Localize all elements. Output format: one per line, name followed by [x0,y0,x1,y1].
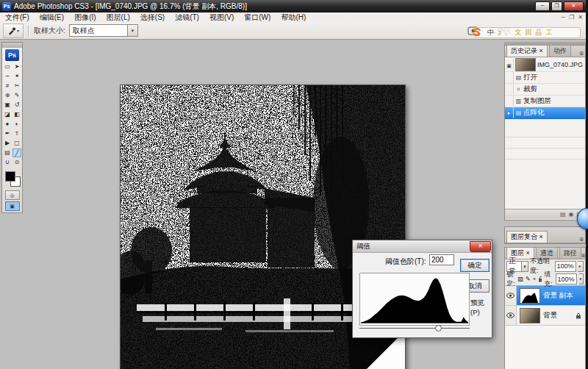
threshold-slider-track[interactable] [359,328,470,329]
new-document-from-state-icon[interactable]: ▤ [560,211,566,218]
layer-thumbnail[interactable] [520,308,540,323]
layer-thumbnail[interactable] [520,288,540,304]
panel-menu-icon[interactable]: ≣ [579,237,584,243]
tab-close-icon[interactable]: × [539,47,543,54]
history-item-rasterize[interactable]: ▸ ▤ 点阵化 [505,107,585,119]
new-snapshot-icon[interactable]: ◉ [568,211,573,218]
pen-tool[interactable]: ✒ [3,129,12,138]
shape-tool[interactable]: ▢ [12,139,21,148]
history-item-crop[interactable]: ⌗ 裁剪 [505,84,585,96]
duplicate-state-icon: ▥ [514,98,523,104]
ime-logo[interactable]: S [473,25,480,37]
lock-position-icon[interactable]: + [533,276,537,282]
gradient-tool[interactable]: ◧ [12,110,21,119]
ime-skin-icon[interactable]: 品 [536,28,542,37]
minimize-button[interactable]: ─ [535,1,550,11]
history-snapshot-row[interactable]: ▣ IMG_0740.JPG [505,57,585,72]
history-panel: 历史记录 × 动作 ≣ ▣ IMG_0740.JPG ▤ 打开 ⌗ 裁剪 ▥ 复… [504,45,586,221]
toolbox-grip[interactable] [2,43,22,48]
close-button[interactable]: ✕ [564,1,584,11]
brush-tool[interactable]: ✎ [12,91,21,100]
slice-tool[interactable]: ✂ [12,82,21,90]
doc-minimize-button[interactable]: ─ [561,12,565,22]
rectangular-marquee-tool[interactable]: ▭ [3,62,12,71]
menu-file[interactable]: 文件(F) [0,12,35,22]
history-item-duplicate-layer[interactable]: ▥ 复制图层 [505,96,585,107]
menu-layer[interactable]: 图层(L) [101,12,135,22]
menu-filter[interactable]: 滤镜(T) [170,12,204,22]
tab-history[interactable]: 历史记录 × [506,45,548,57]
eyedropper-tool[interactable]: ╱ [12,148,21,157]
layer-row-background-copy[interactable]: 背景 副本 [505,286,585,306]
type-tool[interactable]: T [12,129,21,138]
layer-lock-icon [576,312,581,319]
opacity-stepper-icon[interactable]: ▸ [578,261,584,272]
menu-edit[interactable]: 编辑(E) [35,12,69,22]
lasso-tool[interactable]: ∽ [3,72,12,81]
ok-button[interactable]: 确定 [460,259,490,272]
menu-select[interactable]: 选择(S) [135,12,170,22]
dodge-tool[interactable]: ◐ [12,120,21,129]
doc-restore-button[interactable]: ❐ [569,12,574,22]
opacity-value[interactable]: 100% [555,261,576,272]
snapshot-thumbnail [515,58,536,71]
fill-value[interactable]: 100% [556,273,577,284]
menu-image[interactable]: 图像(I) [69,12,101,22]
tab-paths[interactable]: 路径 [559,247,581,259]
history-item-open[interactable]: ▤ 打开 [505,72,585,84]
visibility-toggle[interactable] [505,286,517,305]
threshold-slider-handle[interactable] [435,325,442,332]
ime-shape-icon[interactable]: J [498,29,501,37]
threshold-level-input[interactable] [429,254,454,265]
move-tool[interactable]: ➤ [12,62,21,71]
visibility-toggle[interactable] [505,306,517,325]
menu-window[interactable]: 窗口(W) [239,12,276,22]
path-selection-tool[interactable]: ▶ [3,139,12,148]
tab-close-icon[interactable]: × [526,249,530,257]
dialog-close-button[interactable]: ✕ [470,241,491,252]
lock-transparency-icon[interactable]: ▨ [517,276,523,282]
crop-tool[interactable]: # [3,82,12,90]
maximize-button[interactable]: ❐ [551,1,562,11]
ime-punct-icon[interactable]: 、 [505,28,512,37]
layer-comps-panel: 图层复合 × ≣ [504,226,586,244]
ime-toolbar[interactable]: S 中 J 、 文 田 品 工 [475,27,581,38]
lock-pixels-icon[interactable]: ✎ [526,276,531,282]
panel-menu-icon[interactable]: ≣ [581,253,586,259]
tab-actions[interactable]: 动作 [549,45,571,57]
notes-tool[interactable]: ▤ [3,148,12,157]
zoom-tool[interactable]: ⊙ [12,158,21,167]
ime-tools-icon[interactable]: 工 [546,28,553,37]
ime-board-icon[interactable]: 田 [526,28,532,37]
sample-size-dropdown[interactable]: 取样点 ▾ [69,24,138,37]
history-slider-icon[interactable]: ▸ [505,107,514,118]
foreground-color-swatch[interactable] [5,171,15,182]
window-title: Adobe Photoshop CS3 - [IMG_0740.JPG @ 16… [14,1,247,12]
layer-name[interactable]: 背景 [543,311,557,320]
menu-help[interactable]: 帮助(H) [276,12,311,22]
layer-name[interactable]: 背景 副本 [543,291,573,301]
healing-brush-tool[interactable]: ⊕ [3,91,12,100]
lock-all-icon[interactable] [538,276,542,282]
tab-close-icon[interactable]: × [539,233,543,240]
menu-view[interactable]: 视图(V) [204,12,239,22]
layer-row-background[interactable]: 背景 [505,306,585,326]
ps-logo: Ps [5,49,19,61]
quick-mask-button[interactable]: ◎ [5,190,20,200]
ime-dict-icon[interactable]: 文 [515,28,522,37]
screen-mode-button[interactable]: ▣ [5,201,20,211]
hand-tool[interactable]: ∪ [3,158,12,167]
tab-layer-comps[interactable]: 图层复合 × [506,231,548,243]
eraser-tool[interactable]: ◪ [3,110,12,119]
magic-wand-tool[interactable]: ✶ [12,72,21,81]
history-brush-tool[interactable]: ↺ [12,101,21,110]
blur-tool[interactable]: ● [3,120,12,129]
doc-close-button[interactable]: ✕ [578,12,583,22]
ime-mode-icon[interactable]: 中 [487,28,494,37]
history-source-checkbox[interactable]: ▣ [505,59,514,70]
eye-icon [506,293,514,298]
clone-stamp-tool[interactable]: ▣ [3,101,12,110]
eyedropper-tool-preset[interactable]: ▾ [3,24,24,38]
panel-menu-icon[interactable]: ≣ [579,51,584,57]
fill-stepper-icon[interactable]: ▸ [579,273,584,284]
